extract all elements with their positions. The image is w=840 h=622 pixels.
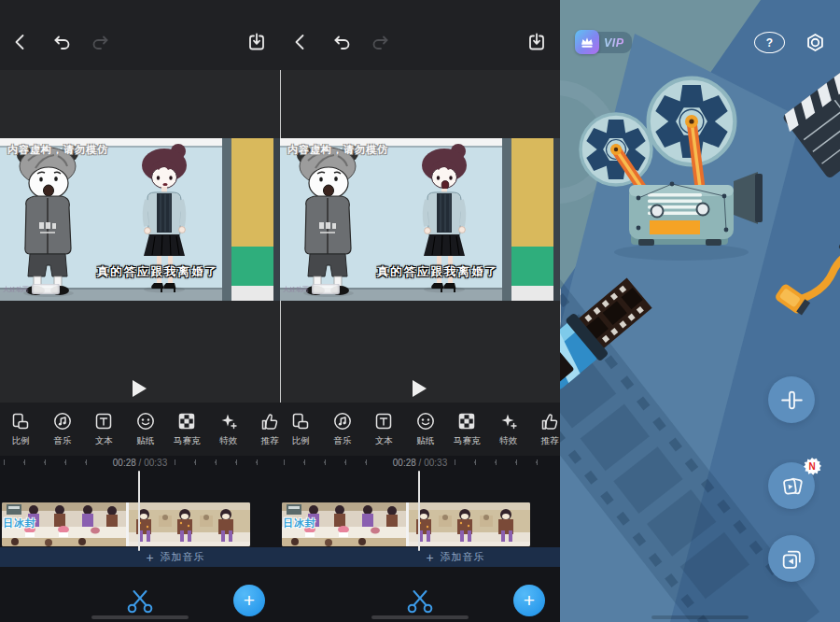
timeline-area: 日冰封 + 添加音乐 +: [0, 469, 280, 622]
templates-button[interactable]: N: [768, 462, 815, 509]
tool-sticker[interactable]: 贴纸: [405, 403, 447, 456]
mosaic-icon: [456, 411, 477, 431]
sticker-icon: [415, 411, 436, 431]
video-disclaimer: 内容虚构，请勿模仿: [287, 143, 388, 157]
timeline-ruler: 00:28 / 00:33: [0, 456, 280, 469]
tool-text[interactable]: 文本: [363, 403, 405, 456]
trim-tool-icon: [779, 388, 805, 413]
video-clip-track[interactable]: 日冰封: [2, 502, 250, 546]
home-panel: VIP ? N: [560, 0, 840, 622]
export-icon: [246, 32, 267, 52]
editor-panel-1: 内容虚构，请勿模仿 真的答应跟我离婚了 大娃动画 比例 音乐 文本 贴纸 马赛克…: [0, 0, 280, 622]
editor-toolbar: 比例 音乐 文本 贴纸 马赛克 特效 推荐: [0, 403, 280, 456]
home-indicator: [91, 615, 189, 619]
trim-tool-button[interactable]: [768, 376, 815, 423]
aspect-ratio-icon: [290, 411, 311, 431]
editor-panel-2: 内容虚构，请勿模仿 真的答应跟我离婚了 大娃动画 比例 音乐 文本 贴纸 马赛克…: [280, 0, 560, 622]
back-button[interactable]: [289, 32, 312, 54]
thumbs-up-icon: [259, 411, 280, 431]
play-button[interactable]: [413, 380, 427, 397]
editor-toolbar: 比例 音乐 文本 贴纸 马赛克 特效 推荐: [280, 403, 560, 456]
tool-mosaic[interactable]: 马赛克: [446, 403, 488, 456]
tool-recommend[interactable]: 推荐: [529, 403, 560, 456]
text-icon: [373, 411, 394, 431]
tool-sticker[interactable]: 贴纸: [125, 403, 167, 456]
clip-text-overlay: 日冰封: [283, 516, 316, 530]
ruler-ticks-left: [284, 459, 385, 465]
undo-icon: [331, 32, 352, 52]
timeline-area: 日冰封 + 添加音乐 +: [280, 469, 560, 622]
time-display: 00:28 / 00:33: [109, 458, 171, 468]
effects-icon: [218, 411, 239, 431]
redo-icon: [371, 32, 391, 52]
export-icon: [526, 32, 547, 52]
playhead[interactable]: [138, 471, 140, 551]
ruler-ticks-left: [4, 459, 105, 465]
clip-thumbnails: [2, 502, 250, 546]
tool-music[interactable]: 音乐: [42, 403, 84, 456]
editor-topbar: [280, 0, 560, 70]
play-button[interactable]: [133, 380, 147, 397]
picture-in-picture-button[interactable]: [768, 535, 815, 582]
clip-thumbnails: [282, 502, 530, 546]
music-icon: [52, 411, 73, 431]
music-icon: [332, 411, 353, 431]
add-clip-button[interactable]: +: [233, 585, 265, 616]
mosaic-icon: [176, 411, 197, 431]
video-templates-icon: [779, 474, 805, 499]
ruler-ticks-right: [455, 459, 556, 465]
tool-effects[interactable]: 特效: [208, 403, 250, 456]
tool-mosaic[interactable]: 马赛克: [166, 403, 208, 456]
home-topbar: ?: [754, 32, 826, 53]
add-clip-button[interactable]: +: [513, 585, 545, 616]
ruler-ticks-right: [175, 459, 276, 465]
video-clip-track[interactable]: 日冰封: [282, 502, 530, 546]
redo-icon: [91, 32, 111, 52]
video-disclaimer: 内容虚构，请勿模仿: [7, 143, 108, 157]
video-watermark: 大娃动画: [283, 284, 340, 294]
chevron-left-icon: [290, 32, 311, 52]
vip-button[interactable]: VIP: [575, 30, 632, 54]
clip-text-overlay: 日冰封: [3, 516, 36, 530]
vip-label: VIP: [595, 32, 632, 53]
aspect-ratio-icon: [10, 411, 31, 431]
app-root: 内容虚构，请勿模仿 真的答应跟我离婚了 大娃动画 比例 音乐 文本 贴纸 马赛克…: [0, 0, 840, 622]
help-button[interactable]: ?: [754, 32, 785, 53]
sticker-icon: [135, 411, 156, 431]
scissors-icon: [126, 587, 154, 615]
picture-in-picture-icon: [779, 546, 805, 572]
video-preview[interactable]: 内容虚构，请勿模仿 真的答应跟我离婚了 大娃动画: [0, 138, 280, 301]
tool-ratio[interactable]: 比例: [0, 403, 42, 456]
undo-icon: [51, 32, 72, 52]
undo-button[interactable]: [50, 32, 73, 54]
playhead[interactable]: [418, 471, 420, 551]
export-button[interactable]: [525, 32, 548, 54]
back-button[interactable]: [9, 32, 32, 54]
home-indicator: [651, 615, 749, 619]
redo-button[interactable]: [90, 32, 112, 54]
video-subtitle: 真的答应跟我离婚了: [280, 264, 498, 280]
effects-icon: [498, 411, 519, 431]
video-preview[interactable]: 内容虚构，请勿模仿 真的答应跟我离婚了 大娃动画: [280, 138, 560, 301]
split-button[interactable]: [406, 587, 434, 615]
watermark-blur-box: [312, 284, 340, 294]
settings-button[interactable]: [805, 32, 826, 53]
undo-button[interactable]: [330, 32, 353, 54]
thumbs-up-icon: [539, 411, 560, 431]
projector-illustration: [560, 0, 840, 622]
export-button[interactable]: [245, 32, 268, 54]
add-music-button[interactable]: + 添加音乐: [0, 547, 280, 567]
chevron-left-icon: [10, 32, 31, 52]
timeline-ruler: 00:28 / 00:33: [280, 456, 560, 469]
video-subtitle: 真的答应跟我离婚了: [0, 264, 218, 280]
tool-text[interactable]: 文本: [83, 403, 125, 456]
tool-ratio[interactable]: 比例: [280, 403, 322, 456]
split-button[interactable]: [126, 587, 154, 615]
tool-effects[interactable]: 特效: [488, 403, 530, 456]
tool-recommend[interactable]: 推荐: [249, 403, 280, 456]
question-mark-icon: ?: [766, 36, 773, 49]
redo-button[interactable]: [370, 32, 392, 54]
tool-music[interactable]: 音乐: [322, 403, 364, 456]
crown-icon: [575, 30, 599, 54]
add-music-button[interactable]: + 添加音乐: [280, 547, 560, 567]
